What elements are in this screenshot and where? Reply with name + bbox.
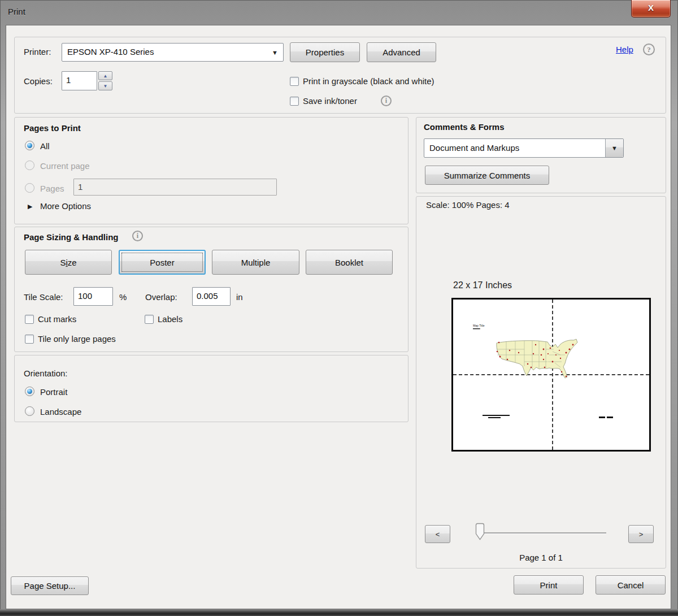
map-subtitle-mark [473,328,480,329]
summarize-comments-button[interactable]: Summarize Comments [425,166,549,185]
print-button-label: Print [540,580,558,590]
map-scalebar-segment [488,417,501,418]
page-info: Page 1 of 1 [416,553,666,562]
copies-label: Copies: [24,76,53,86]
window-bottom-edge [0,609,678,616]
next-page-icon: > [639,530,644,539]
multiple-mode-button[interactable]: Multiple [212,250,299,275]
page-slider-thumb[interactable] [475,523,485,540]
copies-stepper: ▲ ▼ [98,71,112,90]
spinner-up-button[interactable]: ▲ [98,71,112,80]
pages-all-radio[interactable] [25,141,34,150]
dialog-body: Printer: EPSON XP-410 Series ▼ Propertie… [6,25,671,609]
tile-only-checkbox[interactable] [25,335,34,344]
size-label-pre: S [60,258,66,267]
chevron-down-icon: ▼ [272,49,278,55]
dropdown-glyph: ▼ [611,145,618,151]
poster-mode-button[interactable]: Poster [119,250,206,275]
preview-section: Scale: 100% Pages: 4 22 x 17 Inches Map … [416,196,666,569]
pages-to-print-section: Pages to Print All Current page Pages 1 … [14,117,408,224]
pages-all-label: All [40,141,50,151]
info-glyph: i [137,232,138,240]
properties-button-label: Properties [306,47,344,57]
copies-value: 1 [66,75,71,85]
labels-checkbox[interactable] [145,315,154,324]
title-bar[interactable]: Print X [0,0,678,25]
print-button[interactable]: Print [514,575,584,595]
close-button[interactable]: X [631,0,671,18]
save-ink-checkbox[interactable] [290,97,299,106]
save-ink-label: Save ink/toner [303,96,357,106]
grayscale-checkbox[interactable] [290,77,299,86]
booklet-label: Booklet [335,258,363,267]
pages-range-input[interactable]: 1 [73,179,277,196]
sheet-size-label: 22 x 17 Inches [453,280,512,290]
save-ink-info-icon[interactable]: i [381,96,392,106]
map-title-text: Map Title [473,324,485,329]
tile-scale-value: 100 [78,291,92,301]
previous-page-icon: < [436,530,440,539]
printer-select[interactable]: EPSON XP-410 Series ▼ [62,43,284,62]
more-options-toggle[interactable]: More Options [40,201,91,211]
comments-forms-select[interactable]: Document and Markups ▼ [424,138,624,158]
portrait-radio[interactable] [25,387,34,396]
cancel-button-label: Cancel [618,580,644,590]
spinner-down-button[interactable]: ▼ [98,81,112,90]
labels-label: Labels [158,314,182,324]
landscape-radio[interactable] [25,406,34,416]
page-sizing-section: Page Sizing & Handling i Size Poster Mul… [14,227,408,352]
printer-select-value: EPSON XP-410 Series [67,47,154,57]
size-label-post: ze [68,258,77,267]
comments-forms-title: Comments & Forms [424,122,505,132]
poster-label: Poster [150,258,174,267]
map-scalebar [483,415,510,416]
cancel-button[interactable]: Cancel [596,575,666,595]
overlap-value: 0.005 [197,291,218,301]
help-question-icon[interactable]: ? [643,44,655,55]
size-mode-button[interactable]: Size [25,250,112,275]
orientation-section: Orientation: Portrait Landscape [14,355,408,422]
preview-scale-info: Scale: 100% Pages: 4 [426,200,510,210]
spinner-up-icon: ▲ [103,73,108,79]
comments-forms-value: Document and Markups [429,143,519,153]
overlap-unit: in [236,292,243,302]
previous-page-button[interactable]: < [425,525,450,543]
us-map-preview [494,338,584,392]
portrait-label: Portrait [40,387,67,397]
map-legend-mark [599,417,605,418]
pages-range-label: Pages [40,184,64,193]
printer-section: Printer: EPSON XP-410 Series ▼ Propertie… [14,37,666,114]
orientation-title: Orientation: [24,368,68,378]
current-page-radio[interactable] [25,160,34,170]
overlap-label: Overlap: [145,292,177,302]
pages-to-print-title: Pages to Print [24,123,81,133]
tile-scale-unit: % [119,292,127,302]
cut-marks-label: Cut marks [38,314,76,324]
current-page-label: Current page [40,161,90,171]
spinner-down-icon: ▼ [103,84,108,89]
cut-marks-checkbox[interactable] [25,315,34,324]
help-link[interactable]: Help [616,45,633,54]
landscape-label: Landscape [40,407,81,417]
page-setup-button[interactable]: Page Setup... [11,576,89,595]
copies-input[interactable]: 1 [62,71,97,90]
advanced-button[interactable]: Advanced [367,42,436,62]
print-dialog-window: Print X Printer: EPSON XP-410 Series ▼ P… [0,0,678,616]
next-page-button[interactable]: > [628,525,654,543]
properties-button[interactable]: Properties [290,42,360,62]
chevron-down-icon: ▼ [605,139,623,157]
more-options-arrow-icon[interactable]: ▶ [28,203,32,210]
tile-scale-input[interactable]: 100 [73,287,113,306]
help-question-glyph: ? [647,45,651,54]
booklet-mode-button[interactable]: Booklet [306,250,393,275]
advanced-button-label: Advanced [383,47,420,57]
grayscale-label: Print in grayscale (black and white) [303,76,434,86]
page-sizing-title: Page Sizing & Handling [24,232,119,242]
page-slider-track[interactable] [480,532,606,533]
tile-scale-label: Tile Scale: [24,292,63,302]
page-sizing-info-icon[interactable]: i [132,231,143,241]
pages-range-radio[interactable] [25,183,34,193]
window-title: Print [8,7,25,16]
overlap-input[interactable]: 0.005 [192,287,231,306]
info-glyph: i [385,97,387,105]
